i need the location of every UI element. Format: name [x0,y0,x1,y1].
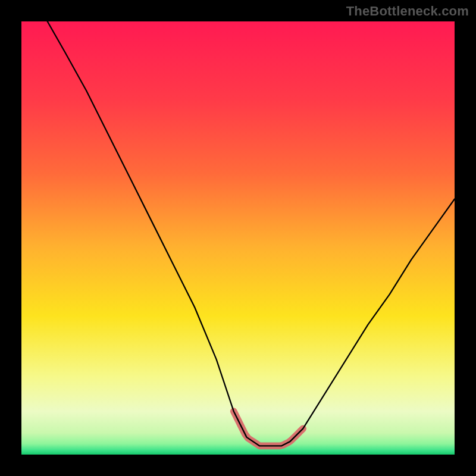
curve-layer [21,21,455,455]
plot-area [21,21,455,455]
watermark-text: TheBottleneck.com [346,4,469,19]
bottleneck-curve [48,21,455,446]
page-root: TheBottleneck.com [0,0,476,476]
